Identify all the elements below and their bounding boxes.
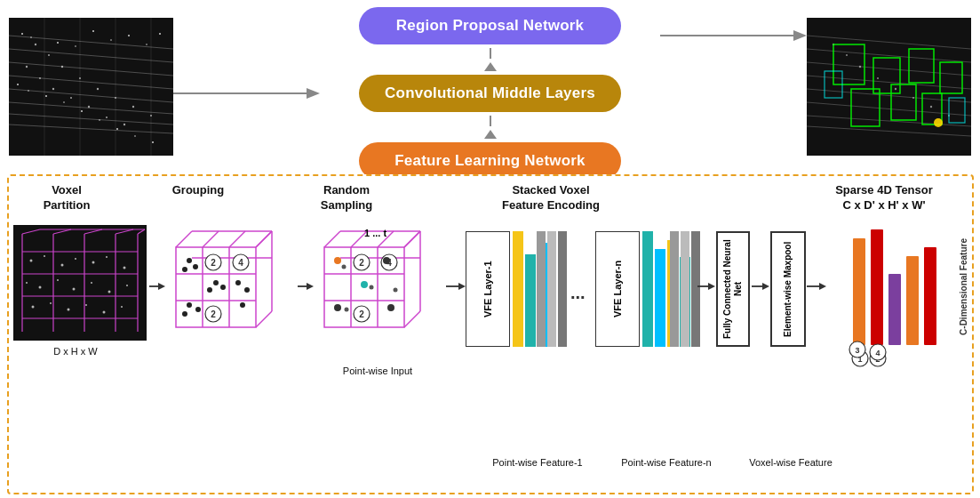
vfe-layer-n: VFE Layer-n bbox=[595, 231, 640, 347]
svg-point-33 bbox=[110, 39, 112, 41]
svg-point-175 bbox=[370, 285, 374, 290]
svg-rect-190 bbox=[924, 247, 936, 345]
sub-label-point-input: Point-wise Input bbox=[324, 365, 431, 376]
svg-point-170 bbox=[361, 281, 368, 288]
random-sampling-image: 2 4 2 1 ... t Point-wise Input bbox=[315, 221, 444, 349]
svg-point-140 bbox=[220, 285, 226, 290]
svg-point-30 bbox=[57, 42, 59, 44]
svg-text:4: 4 bbox=[238, 258, 243, 268]
svg-marker-148 bbox=[307, 283, 314, 290]
svg-point-11 bbox=[61, 66, 63, 68]
input-lidar-image bbox=[9, 18, 173, 156]
svg-rect-186 bbox=[853, 238, 865, 345]
svg-point-13 bbox=[97, 88, 99, 90]
arrow-to-maxpool bbox=[752, 281, 769, 292]
svg-point-45 bbox=[152, 141, 154, 143]
svg-point-145 bbox=[244, 287, 250, 293]
svg-point-29 bbox=[30, 36, 32, 38]
vfe1-label: VFE Layer-1 bbox=[466, 231, 510, 347]
bottom-section: VoxelPartition Grouping RandomSampling S… bbox=[7, 174, 974, 494]
arrow-to-sparse bbox=[807, 281, 826, 292]
conv-box: Convolutional Middle Layers bbox=[359, 75, 621, 112]
svg-point-94 bbox=[44, 255, 45, 257]
svg-line-116 bbox=[176, 231, 192, 247]
svg-point-107 bbox=[32, 306, 35, 309]
svg-point-28 bbox=[21, 33, 23, 35]
arrow-to-fcnn bbox=[697, 281, 715, 292]
svg-point-59 bbox=[895, 88, 896, 90]
svg-rect-188 bbox=[888, 274, 901, 345]
label-grouping: Grouping bbox=[158, 183, 238, 198]
svg-point-112 bbox=[121, 306, 123, 308]
svg-point-57 bbox=[859, 66, 861, 68]
svg-point-176 bbox=[345, 308, 349, 312]
top-section: Region Proposal Network Convolutional Mi… bbox=[0, 0, 980, 178]
svg-text:2: 2 bbox=[211, 258, 216, 268]
svg-point-95 bbox=[61, 264, 64, 267]
svg-point-135 bbox=[187, 258, 192, 263]
svg-point-23 bbox=[123, 124, 125, 125]
arrowhead-conv-to-rpn bbox=[484, 62, 497, 71]
svg-point-98 bbox=[106, 256, 108, 258]
c-dim-label: C-Dimensional Feature bbox=[959, 238, 968, 335]
voxel-partition-image: D x H x W bbox=[13, 225, 147, 341]
grouping-image: 2 4 2 bbox=[167, 221, 296, 349]
bar-cyan-n bbox=[655, 249, 665, 348]
svg-point-169 bbox=[334, 257, 341, 264]
svg-line-127 bbox=[229, 231, 245, 247]
svg-marker-181 bbox=[708, 283, 715, 290]
svg-marker-185 bbox=[819, 283, 826, 290]
svg-point-21 bbox=[88, 106, 90, 108]
svg-point-18 bbox=[39, 77, 41, 79]
svg-text:2: 2 bbox=[359, 309, 364, 319]
svg-point-97 bbox=[92, 261, 95, 264]
sub-label-voxel-feat: Voxel-wise Feature bbox=[746, 457, 835, 468]
svg-point-22 bbox=[106, 116, 108, 118]
vfe-layer-1: VFE Layer-1 bbox=[466, 231, 510, 347]
svg-point-142 bbox=[195, 307, 201, 312]
network-stack: Region Proposal Network Convolutional Mi… bbox=[348, 7, 633, 180]
dots-separator: ... bbox=[570, 283, 586, 303]
arrow-2-3 bbox=[298, 281, 314, 292]
svg-point-108 bbox=[50, 302, 52, 304]
arrow-1-2 bbox=[149, 281, 165, 292]
vfen-label: VFE Layer-n bbox=[595, 231, 640, 347]
svg-text:3: 3 bbox=[855, 346, 859, 355]
svg-point-31 bbox=[75, 45, 76, 47]
svg-point-38 bbox=[28, 90, 29, 92]
svg-point-58 bbox=[877, 77, 879, 79]
svg-line-154 bbox=[404, 311, 420, 327]
arrow-rpn-to-output bbox=[660, 27, 807, 44]
svg-point-173 bbox=[387, 304, 394, 311]
svg-rect-77 bbox=[13, 225, 147, 341]
svg-point-60 bbox=[912, 97, 914, 99]
arrow-fln-to-conv bbox=[490, 116, 491, 126]
svg-point-174 bbox=[342, 265, 347, 269]
svg-point-101 bbox=[39, 286, 42, 289]
bar-teal-1 bbox=[525, 254, 536, 347]
arrowhead-fln-to-conv bbox=[484, 130, 497, 139]
svg-line-150 bbox=[324, 231, 340, 247]
svg-text:4: 4 bbox=[875, 349, 880, 357]
svg-point-15 bbox=[132, 106, 134, 108]
svg-point-136 bbox=[193, 264, 198, 269]
svg-line-126 bbox=[203, 231, 219, 247]
svg-point-96 bbox=[75, 258, 76, 260]
bar-yellow-1 bbox=[513, 231, 523, 347]
svg-rect-0 bbox=[9, 18, 173, 156]
svg-point-139 bbox=[207, 287, 212, 293]
svg-line-120 bbox=[256, 311, 272, 327]
label-1-to-t: 1 ... t bbox=[364, 228, 386, 238]
svg-rect-187 bbox=[871, 229, 883, 345]
svg-point-17 bbox=[26, 66, 28, 68]
svg-point-37 bbox=[17, 84, 19, 85]
maxpool-box: Element-wise Maxpool bbox=[770, 231, 806, 347]
svg-point-72 bbox=[934, 118, 943, 127]
svg-point-141 bbox=[187, 302, 192, 308]
svg-marker-179 bbox=[458, 283, 466, 290]
svg-point-43 bbox=[116, 128, 118, 130]
svg-point-10 bbox=[48, 54, 50, 56]
svg-marker-76 bbox=[793, 30, 807, 41]
arrow-3-vfe1 bbox=[446, 281, 466, 292]
gray-bar-1 bbox=[537, 231, 546, 347]
